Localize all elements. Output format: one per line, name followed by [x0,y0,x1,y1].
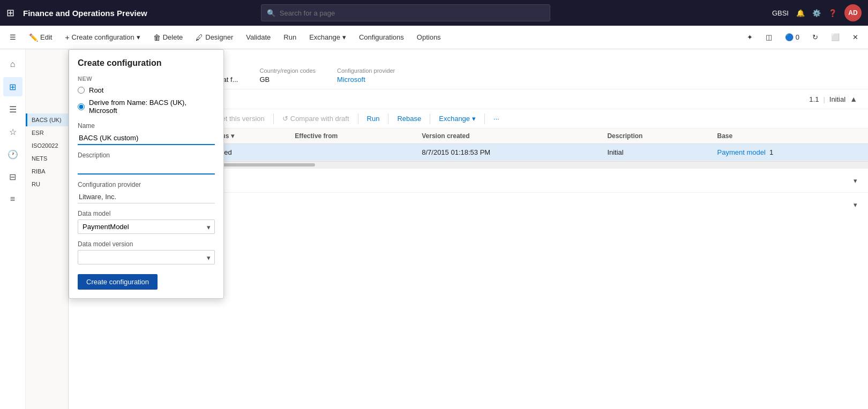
dropdown-arrow-icon: ▾ [137,33,140,41]
config-provider-input[interactable] [78,191,215,203]
sparkle-button[interactable]: ✦ [742,31,758,44]
data-model-select-wrap: PaymentModel [78,219,215,234]
data-model-version-field: Data model version [78,240,215,264]
options-button[interactable]: Options [411,31,446,44]
components-chevron-icon: ▾ [854,201,857,209]
list-item[interactable]: ESR [26,126,68,139]
list-item[interactable]: NETS [26,152,68,165]
meta-country: Country/region codes GB [259,67,316,84]
sidebar-item-menu[interactable]: ≡ [3,190,23,209]
sidebar-item-clock[interactable]: 🕐 [3,145,23,164]
run-button[interactable]: Run [278,31,302,44]
col-description: Description [601,128,710,144]
versions-badge: 1.1 | Initial ▲ [809,95,857,103]
versions-chevron-button[interactable]: ▲ [850,95,857,103]
col-base: Base [710,128,868,144]
rebase-button[interactable]: Rebase [392,112,426,125]
settings-icon[interactable]: ⚙️ [812,9,821,17]
close-button[interactable]: ✕ [847,31,864,44]
list-item[interactable]: BACS (UK) [26,113,68,126]
radio-derive[interactable]: Derive from Name: BACS (UK), Microsoft [78,99,215,115]
data-model-version-select[interactable] [78,250,215,264]
versions-exchange-arrow-icon: ▾ [472,115,476,123]
list-panel: BACS (UK) ESR ISO20022 NETS RIBA RU [26,49,69,409]
sidebar-item-filter[interactable]: ⊞ [3,77,23,96]
refresh-button[interactable]: ↻ [807,31,824,44]
search-icon: 🔍 [267,9,275,17]
hamburger-icon: ☰ [10,33,16,41]
radio-root-input[interactable] [78,87,85,94]
designer-button[interactable]: 🖊 Designer [190,31,238,44]
compare-with-draft-button[interactable]: ↺ Compare with draft [277,112,355,125]
hamburger-menu-button[interactable]: ☰ [4,31,21,44]
col-version-created: Version created [415,128,601,144]
trash-icon: 🗑 [153,33,161,42]
search-input[interactable] [280,9,544,17]
create-configuration-submit-button[interactable]: Create configuration [78,274,158,290]
bell-icon[interactable]: 🔔 [796,9,805,17]
app-title: Finance and Operations Preview [23,9,147,18]
name-field: Name [78,122,215,145]
create-configuration-button[interactable]: + Create configuration ▾ [59,31,145,44]
run-version-button[interactable]: Run [362,112,385,125]
list-item[interactable]: RIBA [26,165,68,178]
command-bar: ☰ ✏️ Edit + Create configuration ▾ 🗑 Del… [0,26,868,49]
data-model-select[interactable]: PaymentModel [78,219,215,234]
radio-group: Root Derive from Name: BACS (UK), Micros… [78,86,215,115]
restore-button[interactable]: ⬜ [826,31,845,44]
configurations-button[interactable]: Configurations [354,31,409,44]
new-section-label: New [78,75,215,82]
designer-icon: 🖊 [196,33,203,42]
dropdown-title: Create configuration [78,58,215,68]
sidebar-item-list[interactable]: ☰ [3,100,23,119]
cmdbar-right: ✦ ◫ 🔵 0 ↻ ⬜ ✕ [742,31,864,44]
iso-chevron-icon: ▾ [854,177,857,185]
versions-more-button[interactable]: ··· [488,112,505,125]
versions-exchange-button[interactable]: Exchange ▾ [433,112,481,125]
sidebar-item-star[interactable]: ☆ [3,122,23,141]
name-input[interactable] [78,132,215,145]
create-configuration-panel: Create configuration New Root Derive fro… [69,49,224,299]
list-item[interactable]: RU [26,178,68,191]
sidebar-item-dashboard[interactable]: ⊟ [3,167,23,186]
exchange-arrow-icon: ▾ [342,33,346,41]
config-provider-field: Configuration provider [78,181,215,203]
apps-grid-icon[interactable]: ⊞ [6,7,14,19]
radio-derive-input[interactable] [78,103,85,110]
sidebar-toggle-button[interactable]: ◫ [760,31,777,44]
data-model-version-select-wrap [78,250,215,264]
avatar[interactable]: AD [844,4,862,21]
validate-button[interactable]: Validate [241,31,276,44]
compare-icon: ↺ [282,115,288,123]
user-code: GBSI [772,9,789,17]
edit-icon: ✏️ [29,33,38,42]
col-effective-from: Effective from [288,128,415,144]
meta-provider: Configuration provider Microsoft [337,67,395,84]
sidebar-item-home[interactable]: ⌂ [3,55,23,74]
plus-icon: + [65,33,69,42]
search-bar[interactable]: 🔍 [261,4,550,21]
list-item[interactable]: ISO20022 [26,139,68,152]
badge-button[interactable]: 🔵 0 [780,31,805,44]
exchange-button[interactable]: Exchange ▾ [304,31,351,44]
topbar: ⊞ Finance and Operations Preview 🔍 GBSI … [0,0,868,26]
topbar-right: GBSI 🔔 ⚙️ ❓ AD [772,4,862,21]
base-link[interactable]: Payment model [717,148,765,156]
description-input[interactable] [78,161,215,175]
data-model-field: Data model PaymentModel [78,210,215,234]
sidebar-rail: ⌂ ⊞ ☰ ☆ 🕐 ⊟ ≡ [0,49,26,409]
description-field: Description [78,152,215,175]
radio-root[interactable]: Root [78,86,215,94]
delete-button[interactable]: 🗑 Delete [148,31,189,44]
help-icon[interactable]: ❓ [828,9,837,17]
edit-button[interactable]: ✏️ Edit [24,31,57,44]
